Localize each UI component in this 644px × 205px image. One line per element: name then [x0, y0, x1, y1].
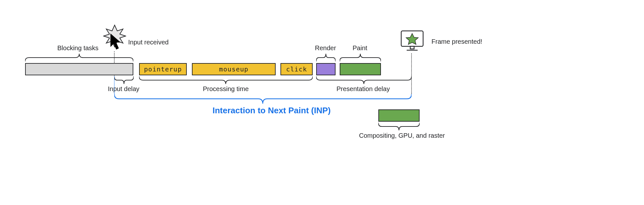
- compositing-brace: [378, 123, 420, 131]
- render-brace: [316, 53, 336, 61]
- input-delay-label: Input delay: [108, 85, 139, 93]
- mouseup-bar: mouseup: [192, 63, 276, 75]
- presentation-delay-brace: [316, 76, 412, 85]
- blocking-tasks-label: Blocking tasks: [57, 44, 99, 52]
- mouseup-bar-label: mouseup: [219, 65, 248, 73]
- svg-marker-1: [110, 33, 121, 50]
- processing-time-label: Processing time: [203, 85, 249, 93]
- paint-bar: [340, 63, 381, 75]
- svg-rect-3: [410, 46, 414, 49]
- pointerup-bar: pointerup: [139, 63, 187, 75]
- click-bar-label: click: [286, 65, 307, 73]
- processing-time-brace: [139, 76, 313, 85]
- pointerup-bar-label: pointerup: [144, 65, 182, 73]
- input-delay-brace: [114, 76, 134, 85]
- blocking-tasks-brace: [25, 53, 133, 61]
- monitor-icon: [399, 29, 425, 55]
- frame-presented-marker: [411, 53, 412, 94]
- click-bar: click: [280, 63, 313, 75]
- inp-label: Interaction to Next Paint (INP): [213, 106, 331, 116]
- diagram-stage: Blocking tasks Input received Render Pai…: [0, 0, 644, 205]
- input-received-label: Input received: [128, 39, 169, 46]
- compositing-bar: [378, 109, 420, 122]
- inp-start-marker: [114, 76, 115, 94]
- blocking-tasks-bar: [25, 63, 133, 75]
- cursor-icon: [109, 33, 123, 52]
- paint-label: Paint: [353, 44, 367, 52]
- paint-brace: [340, 53, 381, 61]
- render-bar: [316, 63, 336, 75]
- compositing-label: Compositing, GPU, and raster: [359, 132, 445, 139]
- render-label: Render: [315, 44, 336, 52]
- frame-presented-label: Frame presented!: [431, 38, 482, 45]
- inp-brace: [114, 94, 412, 105]
- presentation-delay-label: Presentation delay: [336, 85, 390, 93]
